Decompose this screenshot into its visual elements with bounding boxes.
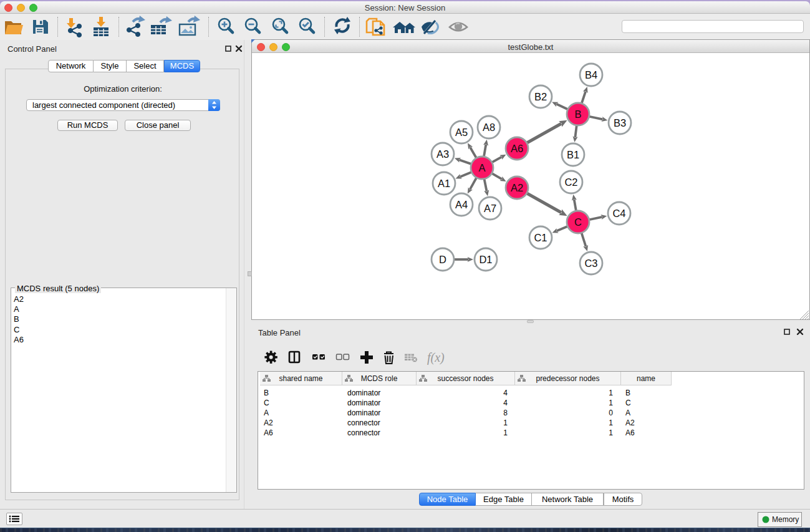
- svg-text:D1: D1: [479, 254, 492, 265]
- svg-text:B2: B2: [534, 91, 547, 102]
- svg-text:C: C: [574, 216, 582, 228]
- svg-text:C3: C3: [584, 258, 597, 269]
- svg-text:A6: A6: [511, 143, 523, 154]
- svg-text:B3: B3: [614, 117, 626, 128]
- svg-text:D: D: [439, 254, 446, 265]
- svg-text:C1: C1: [534, 232, 547, 243]
- svg-text:B: B: [574, 109, 581, 120]
- svg-text:f(x): f(x): [427, 351, 445, 365]
- svg-text:C4: C4: [612, 208, 625, 219]
- svg-text:A2: A2: [511, 182, 523, 193]
- svg-text:C2: C2: [564, 177, 577, 188]
- svg-text:A4: A4: [455, 199, 468, 210]
- svg-text:A3: A3: [436, 148, 449, 160]
- svg-text:Memory: Memory: [772, 515, 799, 524]
- svg-text:A1: A1: [438, 178, 450, 189]
- svg-text:A: A: [478, 162, 485, 173]
- svg-text:A5: A5: [455, 127, 468, 138]
- svg-text:A8: A8: [483, 122, 495, 133]
- svg-text:A7: A7: [484, 203, 496, 214]
- svg-text:B4: B4: [585, 69, 597, 80]
- svg-text:B1: B1: [567, 149, 579, 160]
